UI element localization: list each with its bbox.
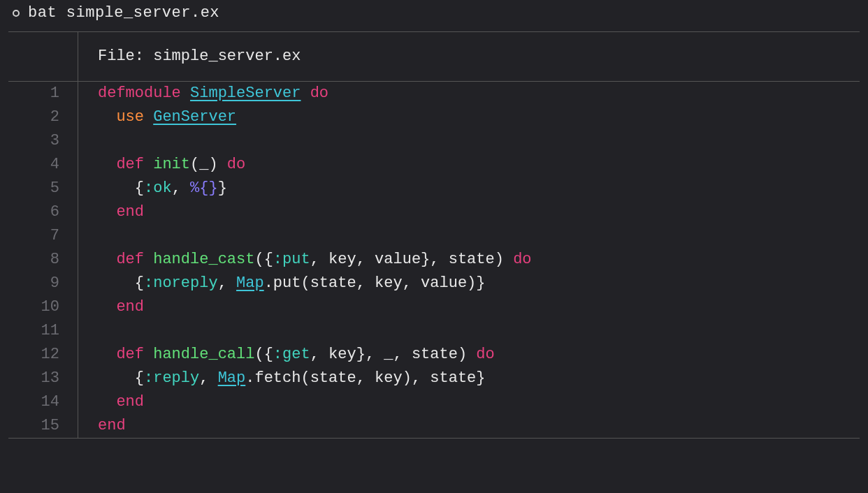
- line-number: 11: [8, 319, 78, 343]
- code-line: {:reply, Map.fetch(state, key), state}: [78, 367, 860, 390]
- token-id: .fetch(state, key), state}: [245, 369, 485, 387]
- token-okw: use: [116, 108, 153, 126]
- code-line: [78, 224, 860, 248]
- line-number: 9: [8, 272, 78, 295]
- token-kw: defmodule: [98, 84, 190, 102]
- file-viewer: File: simple_server.ex 1defmodule Simple…: [8, 31, 860, 439]
- token-fn: init: [153, 156, 190, 173]
- token-punc: }: [218, 179, 227, 197]
- token-fn: handle_call: [153, 346, 254, 363]
- token-id: (_): [190, 156, 227, 173]
- prompt-bullet-icon: [13, 10, 20, 17]
- token-mod: Map: [218, 369, 246, 387]
- token-id: [98, 251, 116, 268]
- token-kw: do: [513, 251, 531, 268]
- code-body: 1defmodule SimpleServer do2 use GenServe…: [8, 82, 860, 438]
- code-row: 5 {:ok, %{}}: [8, 177, 860, 200]
- token-kw: end: [98, 417, 126, 434]
- token-punc: ({: [254, 251, 273, 268]
- code-line: def init(_) do: [78, 153, 860, 177]
- token-kw: end: [116, 393, 144, 411]
- token-id: [98, 346, 116, 363]
- token-kw: def: [116, 346, 153, 363]
- line-number: 5: [8, 177, 78, 200]
- code-row: 12 def handle_call({:get, key}, _, state…: [8, 343, 860, 367]
- token-id: [98, 203, 116, 221]
- token-id: , key}, _, state): [310, 346, 477, 363]
- code-row: 9 {:noreply, Map.put(state, key, value)}: [8, 272, 860, 295]
- token-atom: :reply: [144, 369, 199, 387]
- token-kw: def: [116, 156, 153, 173]
- code-line: [78, 129, 860, 153]
- code-line: {:ok, %{}}: [78, 177, 860, 200]
- file-header-prefix: File:: [98, 47, 153, 65]
- token-atom: :noreply: [144, 274, 218, 292]
- file-header: File: simple_server.ex: [78, 32, 860, 81]
- token-id: [98, 156, 116, 173]
- token-kw: def: [116, 251, 153, 268]
- token-kw: end: [116, 298, 144, 316]
- code-line: end: [78, 200, 860, 224]
- code-row: 7: [8, 224, 860, 248]
- code-row: 11: [8, 319, 860, 343]
- token-mod: GenServer: [153, 108, 236, 126]
- line-number: 15: [8, 414, 78, 438]
- code-line: end: [78, 295, 860, 319]
- token-kw: do: [476, 346, 494, 363]
- code-line: [78, 319, 860, 343]
- token-atom: :put: [273, 251, 310, 268]
- code-line: {:noreply, Map.put(state, key, value)}: [78, 272, 860, 295]
- line-number: 3: [8, 129, 78, 153]
- token-punc: ,: [199, 369, 217, 387]
- file-header-row: File: simple_server.ex: [8, 32, 860, 81]
- token-atom: :get: [273, 346, 310, 363]
- code-line: def handle_call({:get, key}, _, state) d…: [78, 343, 860, 367]
- token-punc: {: [98, 369, 144, 387]
- line-number: 7: [8, 224, 78, 248]
- token-kw: do: [301, 84, 328, 102]
- command-text: bat simple_server.ex: [28, 4, 219, 22]
- token-id: [98, 393, 116, 411]
- line-number: 10: [8, 295, 78, 319]
- line-number: 4: [8, 153, 78, 177]
- token-pct: %{}: [190, 179, 218, 197]
- code-line: def handle_cast({:put, key, value}, stat…: [78, 248, 860, 272]
- token-punc: ,: [172, 179, 190, 197]
- code-row: 1defmodule SimpleServer do: [8, 82, 860, 105]
- code-line: defmodule SimpleServer do: [78, 82, 860, 105]
- token-kw: end: [116, 203, 144, 221]
- line-number: 12: [8, 343, 78, 367]
- token-id: .put(state, key, value)}: [264, 274, 486, 292]
- code-row: 13 {:reply, Map.fetch(state, key), state…: [8, 367, 860, 390]
- token-id: , key, value}, state): [310, 251, 513, 268]
- code-row: 4 def init(_) do: [8, 153, 860, 177]
- token-punc: {: [98, 274, 144, 292]
- token-punc: ,: [218, 274, 236, 292]
- token-fn: handle_cast: [153, 251, 254, 268]
- code-row: 10 end: [8, 295, 860, 319]
- code-line: end: [78, 414, 860, 438]
- token-atom: :ok: [144, 179, 172, 197]
- token-punc: ({: [254, 346, 273, 363]
- line-number: 6: [8, 200, 78, 224]
- token-mod: Map: [236, 274, 264, 292]
- line-number: 1: [8, 82, 78, 105]
- code-row: 8 def handle_cast({:put, key, value}, st…: [8, 248, 860, 272]
- code-row: 6 end: [8, 200, 860, 224]
- line-number: 8: [8, 248, 78, 272]
- divider: [8, 438, 860, 439]
- token-id: [98, 298, 116, 316]
- line-number: 13: [8, 367, 78, 390]
- code-row: 3: [8, 129, 860, 153]
- code-row: 2 use GenServer: [8, 105, 860, 129]
- gutter: [8, 32, 78, 81]
- token-kw: do: [227, 156, 245, 173]
- code-line: end: [78, 390, 860, 414]
- code-row: 15end: [8, 414, 860, 438]
- token-mod: SimpleServer: [190, 84, 301, 102]
- line-number: 14: [8, 390, 78, 414]
- command-line: bat simple_server.ex: [0, 0, 868, 31]
- file-name: simple_server.ex: [153, 47, 301, 65]
- token-id: [98, 108, 116, 126]
- line-number: 2: [8, 105, 78, 129]
